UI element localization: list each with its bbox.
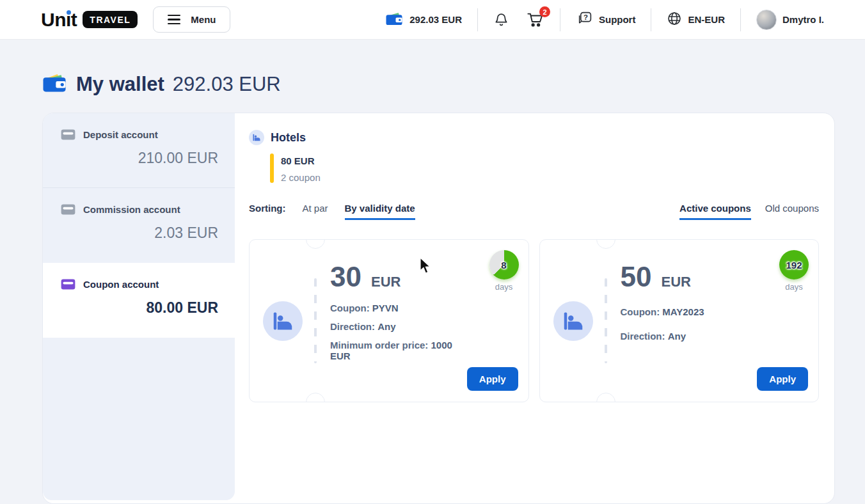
user-menu[interactable]: Dmytro I. xyxy=(756,10,824,30)
bell-icon xyxy=(493,12,509,28)
accounts-sidebar: Deposit account 210.00 EUR Commission ac… xyxy=(43,113,235,503)
days-left-badge: 8 days xyxy=(488,250,521,292)
category-coupon-count: 2 coupon xyxy=(281,172,321,183)
account-label: Coupon account xyxy=(83,279,159,290)
sidebar-item-commission-account[interactable]: Commission account 2.03 EUR xyxy=(43,188,235,263)
account-label: Deposit account xyxy=(83,129,158,140)
sidebar-item-coupon-account[interactable]: Coupon account 80.00 EUR xyxy=(43,263,235,338)
days-left-badge: 192 days xyxy=(777,250,811,292)
apply-button[interactable]: Apply xyxy=(467,367,518,391)
user-name: Dmytro I. xyxy=(782,14,824,25)
category-total: 80 EUR xyxy=(281,155,321,166)
hamburger-icon xyxy=(168,15,180,25)
coupon-cards: 30 EUR Coupon: PYVN Direction: Any Minim… xyxy=(249,239,819,402)
ticket-notch xyxy=(306,393,325,402)
page-title-text: My wallet xyxy=(76,73,164,96)
sort-option-by-validity-date[interactable]: By validity date xyxy=(345,203,415,220)
brand-logo[interactable]: Unıt TRAVEL xyxy=(41,9,138,31)
account-amount: 2.03 EUR xyxy=(61,224,218,242)
header-divider xyxy=(560,8,560,31)
days-unit-label: days xyxy=(777,282,811,292)
support-chat-icon: ? xyxy=(576,10,593,29)
cart-count-badge: 2 xyxy=(539,6,550,17)
coupon-value: 50 EUR xyxy=(621,263,743,291)
coupon-card-icon xyxy=(61,279,75,290)
svg-text:?: ? xyxy=(583,13,588,20)
header-wallet-balance[interactable]: 292.03 EUR xyxy=(385,11,462,29)
days-left-pie: 192 xyxy=(779,250,809,280)
page-title: My wallet 292.03 EUR xyxy=(41,71,865,98)
sort-option-at-par[interactable]: At par xyxy=(303,203,328,214)
header-divider xyxy=(477,8,478,31)
locale-label: EN-EUR xyxy=(688,14,725,25)
tab-active-coupons[interactable]: Active coupons xyxy=(679,203,751,220)
days-unit-label: days xyxy=(488,282,521,292)
cart-button[interactable]: 2 xyxy=(526,11,544,28)
coupon-details: Coupon: MAY2023 Direction: Any xyxy=(621,306,743,342)
category-title: Hotels xyxy=(271,131,306,145)
ticket-perforation xyxy=(605,278,607,363)
ticket-notch xyxy=(596,393,615,402)
ticket-notch xyxy=(306,239,325,249)
coupon-card-may2023: 50 EUR Coupon: MAY2023 Direction: Any 19… xyxy=(539,239,820,402)
days-left-pie: 8 xyxy=(489,250,519,280)
account-label: Commission account xyxy=(83,204,180,215)
header-divider xyxy=(651,8,651,31)
menu-button[interactable]: Menu xyxy=(153,6,230,33)
card-icon xyxy=(61,129,75,140)
app-header: Unıt TRAVEL Menu 292.03 EUR 2 xyxy=(0,0,865,40)
coupons-content: Hotels 80 EUR 2 coupon Sorting: At par B… xyxy=(235,113,834,503)
menu-button-label: Menu xyxy=(191,14,216,25)
support-button[interactable]: ? Support xyxy=(576,10,636,29)
sidebar-filler xyxy=(43,338,235,500)
brand-wordmark: Unıt xyxy=(41,9,77,31)
header-balance-text: 292.03 EUR xyxy=(409,14,462,25)
wallet-icon xyxy=(385,11,404,29)
header-divider xyxy=(740,8,741,31)
account-amount: 210.00 EUR xyxy=(61,150,218,167)
brand-badge: TRAVEL xyxy=(83,11,138,28)
wallet-panel: Deposit account 210.00 EUR Commission ac… xyxy=(42,113,835,504)
hotel-bed-icon xyxy=(553,301,593,341)
coupon-details: Coupon: PYVN Direction: Any Minimum orde… xyxy=(330,303,453,361)
sidebar-item-deposit-account[interactable]: Deposit account 210.00 EUR xyxy=(43,113,235,188)
account-amount: 80.00 EUR xyxy=(61,299,218,317)
page-title-balance: 292.03 EUR xyxy=(173,73,281,96)
category-header: Hotels xyxy=(249,130,819,145)
card-icon xyxy=(61,204,75,215)
coupon-value: 30 EUR xyxy=(330,263,453,291)
apply-button[interactable]: Apply xyxy=(757,367,808,391)
tab-old-coupons[interactable]: Old coupons xyxy=(765,203,819,220)
hotel-bed-icon xyxy=(263,301,303,341)
ticket-notch xyxy=(596,239,615,249)
globe-icon xyxy=(667,11,682,28)
avatar xyxy=(756,10,777,30)
ticket-perforation xyxy=(314,278,317,363)
notifications-button[interactable] xyxy=(493,12,509,28)
hotel-bed-icon xyxy=(249,130,264,145)
list-controls: Sorting: At par By validity date Active … xyxy=(249,203,819,220)
coupon-tabs: Active coupons Old coupons xyxy=(679,203,819,220)
coupon-card-pyvn: 30 EUR Coupon: PYVN Direction: Any Minim… xyxy=(249,239,529,402)
sorting-label: Sorting: xyxy=(249,203,286,214)
locale-selector[interactable]: EN-EUR xyxy=(667,11,725,28)
category-stats: 80 EUR 2 coupon xyxy=(270,154,819,183)
wallet-icon xyxy=(41,72,68,97)
yellow-indicator-bar xyxy=(270,154,274,183)
support-label: Support xyxy=(599,14,636,25)
